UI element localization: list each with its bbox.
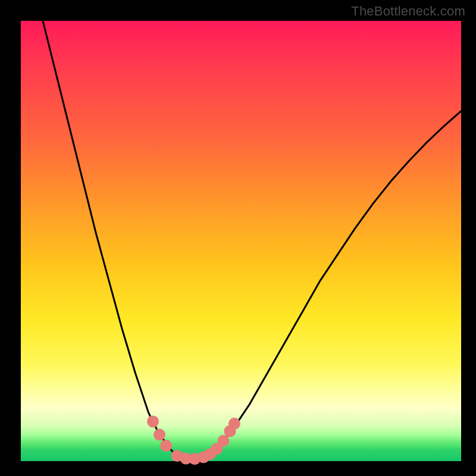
data-marker bbox=[217, 435, 229, 447]
data-marker bbox=[228, 418, 240, 430]
plot-area bbox=[21, 21, 461, 461]
data-marker bbox=[160, 440, 172, 452]
bottleneck-curve bbox=[43, 21, 461, 459]
data-marker bbox=[147, 415, 159, 427]
watermark-text: TheBottleneck.com bbox=[351, 4, 465, 19]
curve-group bbox=[43, 21, 461, 459]
marker-group bbox=[147, 415, 240, 465]
data-marker bbox=[154, 429, 165, 441]
chart-stage: TheBottleneck.com bbox=[0, 0, 476, 476]
curve-svg bbox=[21, 21, 461, 461]
